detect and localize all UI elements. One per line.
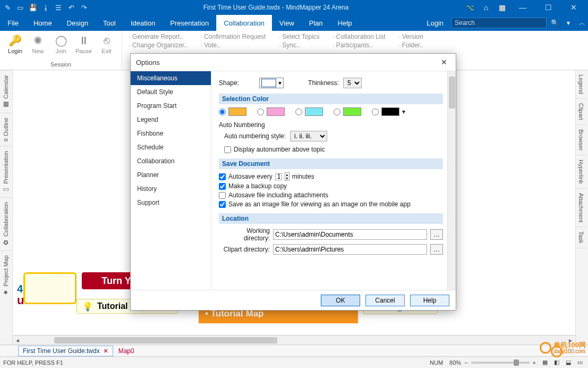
ribbon-link[interactable]: Generate Report.. (129, 33, 188, 40)
close-tab-icon[interactable]: ✕ (103, 347, 108, 355)
zoom-slider[interactable] (471, 362, 530, 364)
search-box[interactable]: Search (451, 18, 547, 28)
collapse-ribbon-icon[interactable]: ︿ (576, 17, 588, 29)
menu-home[interactable]: Home (26, 15, 59, 31)
side-program-start[interactable]: Program Start (131, 99, 211, 113)
dialog-scrollbar[interactable] (447, 71, 456, 290)
qat-import-icon[interactable]: ⭳ (41, 3, 50, 12)
attachments-checkbox[interactable]: Autosave file including attachments (219, 191, 443, 199)
color-pink[interactable] (257, 107, 285, 116)
clipart-dir-browse-button[interactable]: … (430, 244, 443, 255)
side-fishbone[interactable]: Fishbone (131, 127, 211, 140)
shape-select[interactable]: ▾ (259, 78, 284, 88)
backup-checkbox[interactable]: Make a backup copy (219, 182, 443, 190)
ribbon-login-button[interactable]: 🔑Login (5, 33, 25, 61)
side-default-style[interactable]: Default Style (131, 85, 211, 99)
zoom-control[interactable]: 80% − + (449, 359, 536, 366)
menu-design[interactable]: Design (59, 15, 96, 31)
right-tab-task[interactable]: Task (576, 227, 586, 248)
search-dropdown-icon[interactable]: ▾ (563, 17, 574, 29)
home-icon[interactable]: ⌂ (481, 2, 491, 13)
color-black[interactable]: ▾ (372, 107, 405, 116)
horizontal-scrollbar[interactable]: ◂ ▸ (13, 335, 575, 345)
color-orange[interactable] (219, 107, 246, 116)
auto-number-above-checkbox[interactable]: Display autonumber above topic (224, 146, 443, 153)
side-history[interactable]: History (131, 182, 211, 196)
ribbon-link[interactable]: Collaboration List (333, 33, 386, 40)
side-planner[interactable]: Planner (131, 168, 211, 182)
side-collaboration[interactable]: Collaboration (131, 154, 211, 168)
thickness-select[interactable]: 5 (343, 78, 362, 88)
ribbon-link[interactable]: Sync.. (278, 41, 320, 49)
autosave-minutes-input[interactable] (275, 173, 282, 180)
right-tab-hyperlink[interactable]: Hyperlink (576, 155, 586, 189)
left-tab-collaboration[interactable]: ✿Collaboration (0, 197, 12, 250)
right-tab-browser[interactable]: Browser (576, 125, 586, 155)
zoom-out-icon[interactable]: − (464, 359, 467, 366)
autosave-spinner[interactable]: ▲▼ (285, 172, 289, 181)
right-tab-attachment[interactable]: Attachment (576, 189, 586, 228)
ribbon-link[interactable]: Folder.. (398, 41, 423, 49)
dialog-scroll-thumb[interactable] (449, 77, 455, 108)
left-tab-projectmap[interactable]: ★Project Map (0, 250, 12, 300)
left-tab-calendar[interactable]: ▦Calendar (0, 70, 12, 113)
ribbon-new-button[interactable]: ✺New (28, 33, 48, 61)
ok-button[interactable]: OK (321, 295, 360, 306)
right-tab-legend[interactable]: Legend (576, 70, 586, 99)
help-button[interactable]: Help (410, 295, 449, 306)
doc-tab-map0[interactable]: Map0 (113, 346, 140, 356)
qat-list-icon[interactable]: ☰ (54, 3, 63, 12)
ribbon-pause-button[interactable]: ⏸Pause (74, 33, 93, 61)
doc-tab-active[interactable]: First Time User Guide.twdx✕ (18, 346, 113, 356)
imagefile-checkbox[interactable]: Save as an image file for viewing as an … (219, 200, 443, 208)
menu-view[interactable]: View (272, 15, 302, 31)
ribbon-exit-button[interactable]: ⎋Exit (97, 33, 116, 61)
ribbon-link[interactable]: Vote.. (200, 41, 266, 49)
status-icon[interactable]: ◧ (554, 359, 559, 366)
left-tab-presentation[interactable]: ▭Presentation (0, 146, 12, 198)
maximize-button[interactable]: ☐ (538, 3, 558, 12)
zoom-knob[interactable] (514, 359, 519, 366)
menu-collaboration[interactable]: Collaboration (216, 15, 272, 31)
ribbon-link[interactable]: Change Organizer.. (129, 41, 188, 49)
side-legend[interactable]: Legend (131, 113, 211, 127)
calendar-icon[interactable]: ▦ (497, 2, 507, 13)
color-green[interactable] (334, 107, 361, 116)
qat-new-icon[interactable]: ▭ (16, 3, 24, 12)
menu-tool[interactable]: Tool (96, 15, 123, 31)
ribbon-link[interactable]: Version (398, 33, 423, 40)
scroll-left-icon[interactable]: ◂ (13, 337, 22, 344)
qat-icon[interactable]: ✎ (3, 3, 12, 12)
ribbon-link[interactable]: Participants.. (333, 41, 386, 49)
ribbon-join-button[interactable]: ◯Join (51, 33, 71, 61)
ribbon-link[interactable]: Confirmation Request (200, 33, 266, 40)
menu-login[interactable]: Login (419, 15, 451, 31)
menu-plan[interactable]: Plan (302, 15, 330, 31)
cancel-button[interactable]: Cancel (365, 295, 405, 306)
right-tab-clipart[interactable]: Clipart (576, 99, 586, 125)
menu-help[interactable]: Help (330, 15, 360, 31)
status-icon[interactable]: ▦ (542, 359, 548, 366)
search-icon[interactable]: 🔍 (549, 17, 560, 29)
clipart-dir-input[interactable] (273, 244, 427, 255)
menu-ideation[interactable]: Ideation (123, 15, 163, 31)
side-schedule[interactable]: Schedule (131, 140, 211, 154)
working-dir-browse-button[interactable]: … (430, 229, 443, 240)
close-button[interactable]: ✕ (564, 3, 584, 12)
status-icon[interactable]: ⬓ (566, 359, 571, 366)
menu-file[interactable]: File (0, 15, 26, 31)
status-icon[interactable]: ▭ (577, 359, 583, 366)
zoom-in-icon[interactable]: + (533, 359, 536, 366)
auto-number-select[interactable]: i. ii. iii. (290, 131, 327, 141)
working-dir-input[interactable] (273, 229, 427, 240)
left-tab-outline[interactable]: ≡Outline (0, 113, 12, 146)
minimize-button[interactable]: — (513, 3, 533, 12)
qat-undo-icon[interactable]: ↶ (67, 3, 75, 12)
ribbon-link[interactable]: Select Topics (278, 33, 320, 40)
qat-save-icon[interactable]: 💾 (29, 3, 37, 12)
menu-presentation[interactable]: Presentation (163, 15, 216, 31)
share-icon[interactable]: ⌥ (465, 2, 475, 13)
autosave-checkbox[interactable]: Autosave every ▲▼ minutes (219, 172, 443, 181)
side-support[interactable]: Support (131, 196, 211, 210)
color-cyan[interactable] (295, 107, 323, 116)
